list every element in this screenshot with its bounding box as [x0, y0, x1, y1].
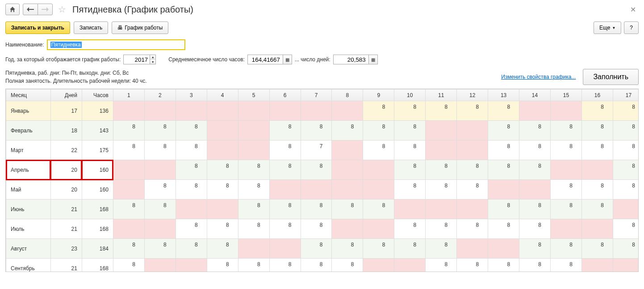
home-button[interactable]	[5, 4, 20, 15]
col-day-9[interactable]: 9	[363, 89, 394, 101]
table-row[interactable]: Апрель2016088888888888	[6, 160, 639, 180]
table-row[interactable]: Март22175888878888888	[6, 140, 639, 160]
col-hours[interactable]: Часов	[82, 89, 113, 101]
year-spinner[interactable]: ▲▼	[150, 55, 156, 64]
schedule-table-wrap[interactable]: МесяцДнейЧасов1234567891011121314151617 …	[5, 89, 639, 272]
col-day-5[interactable]: 5	[238, 89, 269, 101]
table-row[interactable]: Январь171368888888	[6, 101, 639, 121]
print-icon: 🖶	[117, 25, 123, 31]
col-days[interactable]: Дней	[50, 89, 82, 101]
fill-button[interactable]: Заполнить	[583, 69, 639, 85]
back-button[interactable]	[23, 4, 38, 15]
forward-button[interactable]	[38, 4, 53, 15]
col-day-11[interactable]: 11	[426, 89, 457, 101]
table-row[interactable]: Июль2116888888888888	[6, 219, 639, 239]
name-label: Наименование:	[5, 42, 44, 48]
avg-hours-label: Среднемесячное число часов:	[168, 56, 245, 63]
col-day-17[interactable]: 17	[613, 89, 639, 101]
chevron-down-icon: ▼	[612, 26, 615, 30]
schedule-info: Пятидневка, раб. дни: Пн-Пт, выходн. дни…	[5, 69, 147, 85]
table-row[interactable]: Май201608888888888	[6, 180, 639, 200]
table-row[interactable]: Сентябрь2116888888888888	[6, 259, 639, 272]
schedule-button[interactable]: 🖶 График работы	[112, 21, 168, 34]
col-day-8[interactable]: 8	[332, 89, 363, 101]
more-button[interactable]: Еще ▼	[594, 21, 621, 34]
col-day-6[interactable]: 6	[269, 89, 301, 101]
col-day-10[interactable]: 10	[394, 89, 426, 101]
save-close-button[interactable]: Записать и закрыть	[5, 21, 70, 34]
edit-properties-link[interactable]: Изменить свойства графика...	[501, 74, 576, 80]
col-day-1[interactable]: 1	[113, 89, 144, 101]
table-row[interactable]: Июнь2116888888888888	[6, 200, 639, 219]
table-row[interactable]: Август231848888888888888	[6, 239, 639, 259]
col-day-7[interactable]: 7	[301, 89, 332, 101]
avg-days-input[interactable]	[333, 55, 369, 64]
schedule-table: МесяцДнейЧасов1234567891011121314151617 …	[6, 89, 639, 272]
year-input[interactable]	[123, 55, 150, 64]
calc-icon[interactable]: ▦	[283, 55, 292, 64]
col-day-16[interactable]: 16	[581, 89, 613, 101]
calc-icon-2[interactable]: ▦	[369, 55, 378, 64]
table-row[interactable]: Февраль181438888888888888	[6, 121, 639, 140]
avg-days-label: ... число дней:	[295, 56, 330, 63]
year-label: Год, за который отображается график рабо…	[5, 56, 121, 63]
col-day-4[interactable]: 4	[207, 89, 238, 101]
col-day-2[interactable]: 2	[144, 89, 176, 101]
avg-hours-input[interactable]	[247, 55, 283, 64]
col-day-3[interactable]: 3	[176, 89, 207, 101]
save-button[interactable]: Записать	[74, 21, 108, 34]
help-button[interactable]: ?	[624, 21, 639, 34]
col-day-14[interactable]: 14	[519, 89, 551, 101]
col-day-15[interactable]: 15	[551, 89, 582, 101]
close-button[interactable]: ✕	[627, 4, 639, 15]
page-title: Пятидневка (График работы)	[72, 4, 193, 15]
name-input[interactable]: Пятидневка	[47, 39, 185, 50]
col-month[interactable]: Месяц	[6, 89, 51, 101]
col-day-13[interactable]: 13	[488, 89, 519, 101]
favorite-icon[interactable]: ☆	[58, 4, 66, 15]
col-day-12[interactable]: 12	[457, 89, 488, 101]
